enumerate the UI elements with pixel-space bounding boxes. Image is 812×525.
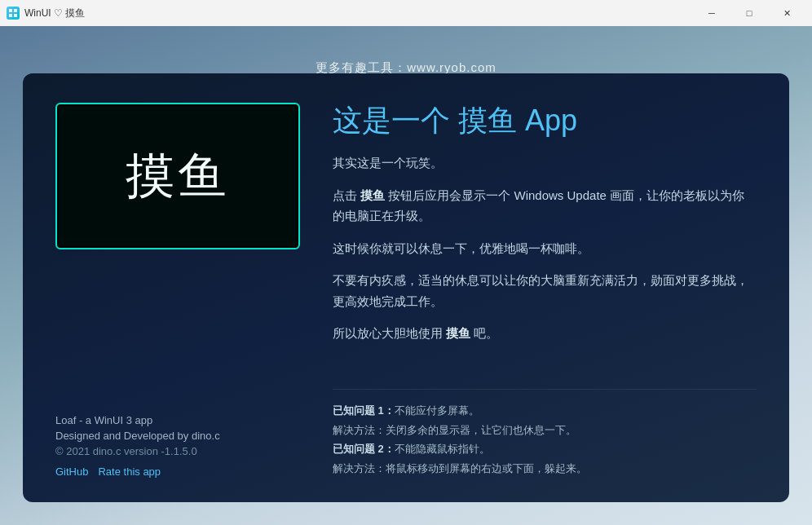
main-card: 摸鱼 Loaf - a WinUI 3 app Designed and Dev… (23, 73, 789, 502)
issue-1-bold: 已知问题 1： (333, 404, 395, 417)
svg-rect-0 (9, 9, 12, 12)
desc-para-2: 点击 摸鱼 按钮后应用会显示一个 Windows Update 画面，让你的老板… (333, 185, 757, 227)
links-row: GitHub Rate this app (55, 465, 300, 478)
window-controls: ─ □ ✕ (693, 0, 805, 26)
issues-block: 已知问题 1：不能应付多屏幕。 解决方法：关闭多余的显示器，让它们也休息一下。 … (333, 389, 757, 478)
github-link[interactable]: GitHub (55, 465, 88, 478)
maximize-button[interactable]: □ (730, 0, 768, 26)
issue-1-label: 已知问题 1：不能应付多屏幕。 (333, 401, 757, 420)
app-name-line: Loaf - a WinUI 3 app (55, 414, 300, 426)
left-panel: 摸鱼 Loaf - a WinUI 3 app Designed and Dev… (55, 103, 300, 478)
svg-rect-3 (14, 14, 17, 17)
desc-para-1: 其实这是一个玩笑。 (333, 152, 757, 174)
title-bar: WinUI ♡ 摸鱼 ─ □ ✕ (0, 0, 812, 26)
app-logo-text: 摸鱼 (126, 143, 230, 210)
issue-2-bold: 已知问题 2： (333, 443, 395, 455)
desc-para-4: 不要有内疚感，适当的休息可以让你的大脑重新充满活力，勋面对更多挑战，更高效地完成… (333, 270, 757, 311)
title-bar-left: WinUI ♡ 摸鱼 (7, 7, 85, 20)
minimize-button[interactable]: ─ (693, 0, 730, 26)
app-main-title: 这是一个 摸鱼 App (333, 103, 757, 138)
issue-2-solution: 解决方法：将鼠标移动到屏幕的右边或下面，躲起来。 (333, 459, 757, 478)
bottom-info: Loaf - a WinUI 3 app Designed and Develo… (55, 414, 300, 478)
issue-2-label: 已知问题 2：不能隐藏鼠标指针。 (333, 439, 757, 458)
svg-rect-1 (14, 9, 17, 12)
right-panel: 这是一个 摸鱼 App 其实这是一个玩笑。 点击 摸鱼 按钮后应用会显示一个 W… (333, 103, 757, 478)
desc-para-5: 所以放心大胆地使用 摸鱼 吧。 (333, 323, 757, 344)
card-body: 摸鱼 Loaf - a WinUI 3 app Designed and Dev… (55, 103, 757, 478)
developer-line: Designed and Developed by dino.c (55, 430, 300, 442)
desc-para-3: 这时候你就可以休息一下，优雅地喝一杯咖啡。 (333, 238, 757, 259)
app-logo-box: 摸鱼 (55, 103, 300, 249)
app-title-bar-text: WinUI ♡ 摸鱼 (24, 7, 85, 20)
bold-moyu-2: 摸鱼 (446, 326, 470, 340)
app-icon (7, 7, 20, 20)
rate-link[interactable]: Rate this app (98, 465, 161, 478)
bold-moyu-1: 摸鱼 (360, 188, 385, 202)
description-block: 其实这是一个玩笑。 点击 摸鱼 按钮后应用会显示一个 Windows Updat… (333, 152, 757, 376)
copyright-line: © 2021 dino.c version -1.1.5.0 (55, 445, 300, 457)
close-button[interactable]: ✕ (768, 0, 805, 26)
svg-rect-2 (9, 14, 12, 17)
issue-1-solution: 解决方法：关闭多余的显示器，让它们也休息一下。 (333, 421, 757, 439)
